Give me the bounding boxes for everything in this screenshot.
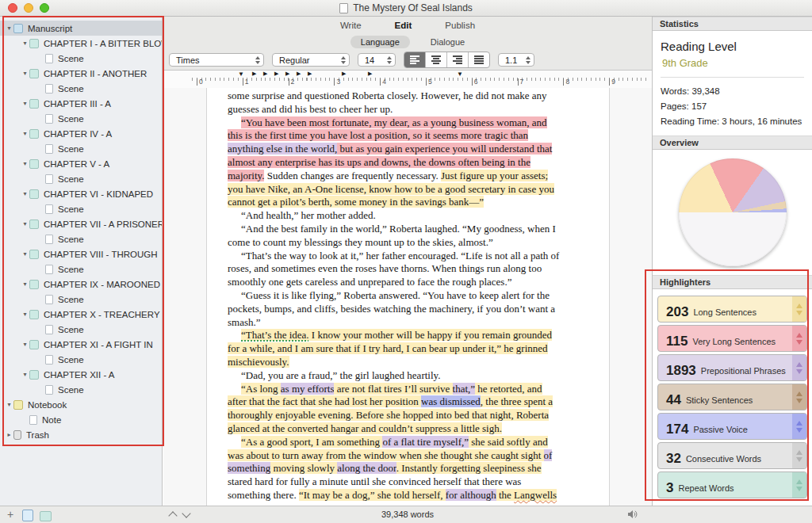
sidebar-item-scene[interactable]: Scene [0, 171, 162, 186]
sidebar-item-chapter-vii-a-prisoner[interactable]: ▾CHAPTER VII - A PRISONER [0, 216, 162, 231]
tab-write[interactable]: Write [340, 21, 362, 30]
font-family-select[interactable]: Times [169, 53, 264, 67]
stepper-up-icon[interactable] [796, 362, 802, 367]
subtab-dialogue[interactable]: Dialogue [431, 37, 465, 47]
disclosure-triangle-icon[interactable]: ▾ [21, 70, 29, 77]
ruler[interactable]: 0123456789▼▶▶▶▶▶▶▶▶▼ [163, 71, 652, 89]
sidebar-item-chapter-vi-kidnaped[interactable]: ▾CHAPTER VI - KIDNAPED [0, 186, 162, 201]
sidebar-item-chapter-iv-a[interactable]: ▾CHAPTER IV - A [0, 126, 162, 141]
stepper-up-icon[interactable] [796, 421, 802, 426]
sidebar-item-scene[interactable]: Scene [0, 382, 162, 397]
sidebar-item-scene[interactable]: Scene [0, 111, 162, 126]
highlighter-stepper[interactable] [792, 414, 806, 439]
disclosure-triangle-icon[interactable]: ▾ [21, 100, 29, 107]
tab-stop-marker-icon[interactable]: ▶ [252, 71, 256, 77]
disclosure-triangle-icon[interactable]: ▾ [21, 341, 29, 348]
highlighter-stepper[interactable] [792, 384, 806, 410]
align-justify-button[interactable] [468, 52, 489, 67]
new-folder-icon[interactable] [40, 511, 52, 521]
sidebar-item-chapter-iii-a[interactable]: ▾CHAPTER III - A [0, 96, 162, 111]
stepper-up-icon[interactable] [796, 479, 802, 484]
tab-stop-marker-icon[interactable]: ▶ [274, 71, 278, 77]
stepper-down-icon[interactable] [796, 340, 802, 345]
sidebar-item-chapter-v-a[interactable]: ▾CHAPTER V - A [0, 156, 162, 171]
align-left-button[interactable] [404, 52, 425, 67]
tab-edit[interactable]: Edit [395, 21, 412, 30]
highlighter-stepper[interactable] [792, 472, 806, 498]
add-item-button[interactable]: + [7, 508, 13, 521]
stepper-down-icon[interactable] [796, 428, 802, 433]
disclosure-triangle-icon[interactable]: ▾ [21, 220, 29, 227]
sidebar-item-scene[interactable]: Scene [0, 231, 162, 246]
stepper-up-icon[interactable] [796, 303, 802, 308]
disclosure-triangle-icon[interactable]: ▾ [21, 190, 29, 197]
highlighter-stepper[interactable] [792, 355, 806, 380]
stepper-down-icon[interactable] [796, 399, 802, 403]
sidebar-item-chapter-xii-a[interactable]: ▾CHAPTER XII - A [0, 367, 162, 382]
stepper-down-icon[interactable] [796, 487, 802, 491]
highlighter-stepper[interactable] [792, 296, 806, 322]
sidebar-item-trash[interactable]: ▸Trash [0, 427, 162, 442]
highlighter-card-repeat-words[interactable]: 3Repeat Words [657, 471, 807, 498]
font-size-stepper[interactable]: 14 [358, 53, 396, 67]
highlighter-stepper[interactable] [792, 326, 806, 351]
disclosure-triangle-icon[interactable]: ▾ [21, 160, 29, 167]
tab-stop-marker-icon[interactable]: ▼ [238, 71, 244, 78]
stepper-up-icon[interactable] [796, 450, 802, 455]
sidebar-item-chapter-ii-another[interactable]: ▾CHAPTER II - ANOTHER [0, 66, 162, 81]
sidebar-item-scene[interactable]: Scene [0, 201, 162, 216]
disclosure-triangle-icon[interactable]: ▾ [21, 40, 29, 47]
disclosure-triangle-icon[interactable]: ▾ [5, 401, 13, 408]
font-style-select[interactable]: Regular [272, 53, 350, 67]
sidebar-item-chapter-x-treachery[interactable]: ▾CHAPTER X - TREACHERY [0, 307, 162, 322]
sidebar-item-chapter-ix-marooned[interactable]: ▾CHAPTER IX - MAROONED [0, 277, 162, 292]
highlighter-card-long-sentences[interactable]: 203Long Sentences [657, 296, 807, 323]
sidebar-item-chapter-xi-a-fight-in[interactable]: ▾CHAPTER XI - A FIGHT IN [0, 337, 162, 352]
sidebar-item-scene[interactable]: Scene [0, 81, 162, 96]
tab-stop-marker-icon[interactable]: ▼ [457, 71, 463, 78]
sidebar-item-scene[interactable]: Scene [0, 292, 162, 307]
sidebar-item-chapter-i-a-bitter-blow[interactable]: ▾CHAPTER I - A BITTER BLOW [0, 36, 162, 51]
sidebar-item-note[interactable]: Note [0, 412, 162, 427]
highlighter-card-prepositional-phrases[interactable]: 1893Prepositional Phrases [657, 354, 807, 381]
disclosure-triangle-icon[interactable]: ▾ [21, 281, 29, 288]
stepper-down-icon[interactable] [796, 369, 802, 374]
sidebar-item-scene[interactable]: Scene [0, 51, 162, 66]
tab-publish[interactable]: Publish [445, 21, 475, 30]
sidebar-item-notebook[interactable]: ▾Notebook [0, 397, 162, 412]
disclosure-triangle-icon[interactable]: ▾ [21, 250, 29, 258]
disclosure-triangle-icon[interactable]: ▸ [5, 431, 13, 438]
stepper-down-icon[interactable] [796, 457, 802, 462]
stepper-down-icon[interactable] [796, 311, 802, 315]
tab-stop-marker-icon[interactable]: ▶ [297, 71, 301, 77]
line-spacing-stepper[interactable]: 1.1 [498, 53, 534, 67]
stepper-up-icon[interactable] [796, 391, 802, 396]
stepper-up-icon[interactable] [796, 333, 802, 338]
tab-stop-marker-icon[interactable]: ▶ [263, 71, 267, 77]
sidebar-item-chapter-viii-through[interactable]: ▾CHAPTER VIII - THROUGH [0, 246, 162, 262]
disclosure-triangle-icon[interactable]: ▾ [21, 311, 29, 318]
tab-stop-marker-icon[interactable]: ▶ [285, 71, 289, 77]
sidebar-item-scene[interactable]: Scene [0, 262, 162, 277]
highlighter-card-passive-voice[interactable]: 174Passive Voice [657, 413, 807, 440]
sidebar-item-manuscript[interactable]: ▾Manuscript [0, 21, 162, 36]
highlighter-stepper[interactable] [792, 443, 806, 468]
speaker-icon[interactable] [628, 510, 638, 521]
tab-stop-marker-icon[interactable]: ▶ [342, 71, 346, 77]
subtab-language[interactable]: Language [350, 36, 410, 48]
tab-stop-marker-icon[interactable]: ▶ [308, 71, 312, 77]
align-right-button[interactable] [446, 52, 468, 67]
sidebar-item-scene[interactable]: Scene [0, 322, 162, 337]
highlighter-card-very-long-sentences[interactable]: 115Very Long Sentences [657, 325, 807, 352]
manuscript-page[interactable]: some surprise and questioned Roberta clo… [206, 88, 610, 506]
sidebar-item-scene[interactable]: Scene [0, 141, 162, 156]
disclosure-triangle-icon[interactable]: ▾ [21, 130, 29, 137]
sidebar-item-scene[interactable]: Scene [0, 352, 162, 367]
highlighter-card-consecutive-words[interactable]: 32Consecutive Words [657, 442, 807, 469]
disclosure-triangle-icon[interactable]: ▾ [21, 371, 29, 378]
align-center-button[interactable] [425, 52, 446, 67]
highlighter-card-sticky-sentences[interactable]: 44Sticky Sentences [657, 384, 807, 410]
new-text-icon[interactable] [22, 510, 33, 521]
tab-stop-marker-icon[interactable]: ▶ [368, 71, 372, 77]
disclosure-triangle-icon[interactable]: ▾ [5, 25, 13, 32]
